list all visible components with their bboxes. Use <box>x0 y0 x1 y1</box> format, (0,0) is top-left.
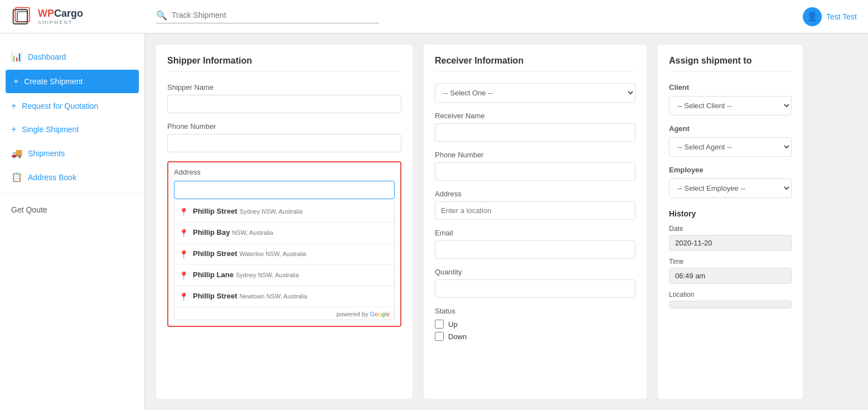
history-location-value <box>669 301 792 308</box>
logo-text: WPCargo SHIPMENT <box>38 8 83 25</box>
agent-select[interactable]: -- Select Agent -- <box>669 137 792 157</box>
chart-icon: 📊 <box>11 51 22 62</box>
status-checkbox-group: Up Down <box>435 320 636 341</box>
place-main-3: Phillip Lane <box>193 271 234 279</box>
history-date-value: 2020-11-20 <box>669 235 792 251</box>
status-down-item[interactable]: Down <box>435 332 636 341</box>
sidebar-item-shipments[interactable]: 🚚 Shipments <box>0 141 144 165</box>
client-label: Client <box>669 83 792 91</box>
status-up-checkbox[interactable] <box>435 320 444 329</box>
place-sub-1: NSW, Australia <box>232 229 273 236</box>
plus-icon-2: + <box>11 101 16 111</box>
receiver-address-input[interactable] <box>435 201 636 220</box>
powered-by: powered by Google <box>174 307 394 320</box>
sidebar-item-label: Single Shipment <box>22 125 79 134</box>
receiver-name-group: Receiver Name <box>435 112 636 142</box>
search-area[interactable]: 🔍 <box>156 10 379 23</box>
autocomplete-item-3[interactable]: 📍 Phillip LaneSydney NSW, Australia <box>174 265 394 286</box>
history-title: History <box>669 209 792 218</box>
pin-icon-4: 📍 <box>179 292 188 301</box>
shipper-name-group: Shipper Name <box>167 83 401 113</box>
sidebar-item-single-shipment[interactable]: + Single Shipment <box>0 118 144 141</box>
place-main-2: Phillip Street <box>193 249 237 258</box>
search-input[interactable] <box>172 11 379 20</box>
receiver-email-label: Email <box>435 229 636 237</box>
status-up-item[interactable]: Up <box>435 320 636 329</box>
receiver-card: Receiver Information -- Select One -- Re… <box>424 45 647 399</box>
receiver-status-label: Status <box>435 307 636 315</box>
receiver-select-group: -- Select One -- <box>435 83 636 103</box>
topbar: WPCargo SHIPMENT 🔍 👤 Test Test <box>0 0 868 33</box>
history-time-field: Time 06:49 am <box>669 258 792 284</box>
receiver-phone-label: Phone Number <box>435 151 636 159</box>
sidebar-item-get-quote[interactable]: Get Qoute <box>0 199 144 221</box>
sidebar-item-label: Request for Quotation <box>22 102 98 110</box>
receiver-phone-group: Phone Number <box>435 151 636 181</box>
shipper-phone-input[interactable] <box>167 134 401 152</box>
shipper-phone-label: Phone Number <box>167 122 401 131</box>
place-sub-4: Newtown NSW, Australia <box>239 293 307 300</box>
shipper-name-input[interactable] <box>167 95 401 113</box>
place-main-4: Phillip Street <box>193 292 237 300</box>
pin-icon-3: 📍 <box>179 271 188 280</box>
place-sub-3: Sydney NSW, Australia <box>236 272 299 278</box>
shipper-card: Shipper Information Shipper Name Phone N… <box>156 45 413 399</box>
autocomplete-item-1[interactable]: 📍 Phillip BayNSW, Australia <box>174 223 394 244</box>
plus-icon: + <box>13 76 18 86</box>
sidebar-item-label: Address Book <box>28 173 76 182</box>
sidebar-item-dashboard[interactable]: 📊 Dashboard <box>0 45 144 69</box>
autocomplete-item-2[interactable]: 📍 Phillip StreetWaterloo NSW, Australia <box>174 244 394 265</box>
sidebar: 📊 Dashboard + Create Shipment + Request … <box>0 33 145 410</box>
autocomplete-item-0[interactable]: 📍 Phillip StreetSydney NSW, Australia <box>174 201 394 223</box>
sidebar-item-address-book[interactable]: 📋 Address Book <box>0 165 144 189</box>
main-content: Shipper Information Shipper Name Phone N… <box>145 33 868 410</box>
pin-icon-0: 📍 <box>179 208 188 216</box>
shipper-section-title: Shipper Information <box>167 56 401 72</box>
receiver-address-group: Address <box>435 190 636 220</box>
receiver-phone-input[interactable] <box>435 162 636 181</box>
assign-card: Assign shipment to Client -- Select Clie… <box>658 45 803 399</box>
status-up-label: Up <box>448 320 458 329</box>
receiver-email-group: Email <box>435 229 636 259</box>
history-date-field: Date 2020-11-20 <box>669 225 792 251</box>
agent-label: Agent <box>669 124 792 133</box>
autocomplete-dropdown: 📍 Phillip StreetSydney NSW, Australia 📍 … <box>174 201 395 320</box>
status-down-label: Down <box>448 332 467 341</box>
pin-icon-2: 📍 <box>179 250 188 259</box>
place-sub-0: Sydney NSW, Australia <box>239 208 302 215</box>
receiver-address-label: Address <box>435 190 636 198</box>
receiver-section-title: Receiver Information <box>435 56 636 72</box>
receiver-email-input[interactable] <box>435 240 636 259</box>
shipper-name-label: Shipper Name <box>167 83 401 91</box>
shipper-phone-group: Phone Number <box>167 122 401 152</box>
address-autocomplete-wrapper: Address Phillip 📍 Phillip StreetSydney N… <box>167 161 401 327</box>
pin-icon-1: 📍 <box>179 229 188 238</box>
user-name: Test Test <box>826 12 857 21</box>
receiver-name-input[interactable] <box>435 123 636 142</box>
address-label: Address <box>174 168 395 176</box>
user-area: 👤 Test Test <box>803 7 857 26</box>
place-main-1: Phillip Bay <box>193 228 230 237</box>
history-time-label: Time <box>669 258 792 266</box>
app-layout: 📊 Dashboard + Create Shipment + Request … <box>0 33 868 410</box>
receiver-quantity-group: Quantity <box>435 268 636 298</box>
shipments-icon: 🚚 <box>11 148 22 158</box>
sidebar-item-request-quotation[interactable]: + Request for Quotation <box>0 94 144 118</box>
place-main-0: Phillip Street <box>193 207 237 215</box>
autocomplete-item-4[interactable]: 📍 Phillip StreetNewtown NSW, Australia <box>174 286 394 307</box>
client-section: Client -- Select Client -- <box>669 83 792 115</box>
employee-select[interactable]: -- Select Employee -- <box>669 179 792 198</box>
logo-area: WPCargo SHIPMENT <box>11 6 156 28</box>
shipper-address-input[interactable]: Phillip <box>174 181 395 199</box>
avatar: 👤 <box>803 7 822 26</box>
status-down-checkbox[interactable] <box>435 332 444 341</box>
receiver-status-group: Status Up Down <box>435 307 636 341</box>
history-location-field: Location <box>669 291 792 308</box>
receiver-type-select[interactable]: -- Select One -- <box>435 83 636 103</box>
sidebar-item-create-shipment[interactable]: + Create Shipment <box>6 70 139 93</box>
receiver-quantity-input[interactable] <box>435 279 636 298</box>
sidebar-item-label: Create Shipment <box>24 77 83 86</box>
client-select[interactable]: -- Select Client -- <box>669 96 792 115</box>
agent-section: Agent -- Select Agent -- <box>669 124 792 157</box>
history-time-value: 06:49 am <box>669 268 792 284</box>
